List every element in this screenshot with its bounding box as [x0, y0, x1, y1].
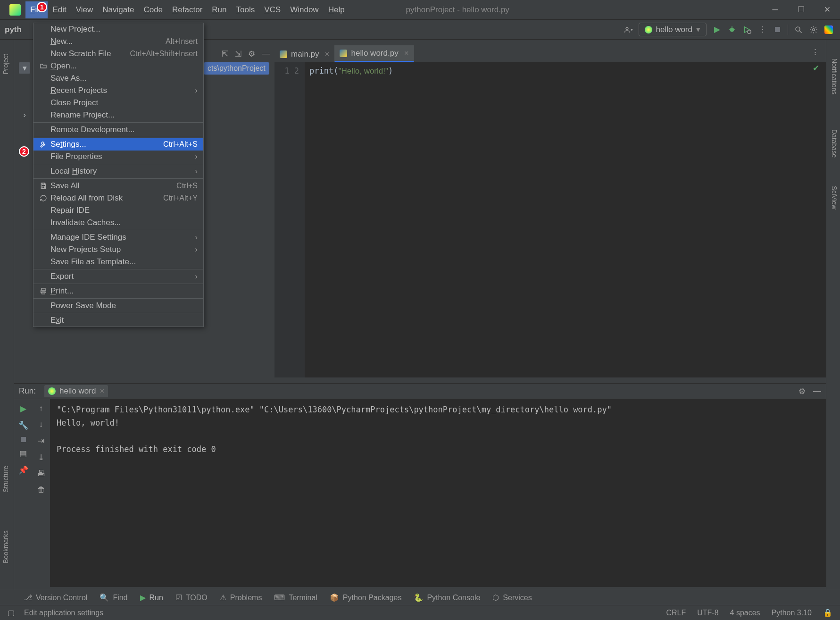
maximize-button[interactable]: ☐ — [788, 0, 814, 20]
menu-item-new-scratch-file[interactable]: New Scratch FileCtrl+Alt+Shift+Insert — [33, 48, 203, 60]
menu-item-open[interactable]: Open... — [33, 60, 203, 72]
notifications-tool-button[interactable]: Notifications — [831, 54, 838, 99]
pin-icon[interactable]: 📌 — [18, 465, 28, 475]
project-tool-button[interactable]: Project — [2, 49, 9, 79]
menu-item-reload-all-from-disk[interactable]: Reload All from DiskCtrl+Alt+Y — [33, 192, 203, 204]
more-run-icon[interactable]: ⋮ — [757, 25, 767, 34]
menu-item-local-history[interactable]: Local History — [33, 165, 203, 177]
user-icon[interactable]: ▾ — [624, 25, 633, 34]
menu-item-remote-development[interactable]: Remote Development... — [33, 124, 203, 136]
print-icon[interactable]: 🖶 — [37, 469, 45, 478]
menu-view[interactable]: View — [71, 1, 98, 18]
menu-edit[interactable]: Edit — [48, 1, 71, 18]
menu-item-rename-project[interactable]: Rename Project... — [33, 109, 203, 121]
encoding[interactable]: UTF-8 — [697, 609, 718, 617]
database-tool-button[interactable]: Database — [831, 125, 838, 162]
python-packages-button[interactable]: 📦Python Packages — [330, 593, 402, 602]
menu-item-recent-projects[interactable]: Recent Projects — [33, 84, 203, 97]
menu-item-save-file-as-template[interactable]: Save File as Template... — [33, 256, 203, 268]
layout-icon[interactable]: ▤ — [19, 449, 27, 459]
expand-all-icon[interactable]: ⇱ — [222, 49, 228, 59]
gear-icon[interactable]: ⚙ — [248, 49, 255, 59]
menu-item-save-as[interactable]: Save As... — [33, 72, 203, 84]
structure-tool-button[interactable]: Structure — [2, 461, 9, 497]
menu-code[interactable]: Code — [139, 1, 167, 18]
close-icon[interactable]: × — [100, 386, 104, 396]
run-hide-icon[interactable]: — — [813, 386, 821, 396]
collapse-all-icon[interactable]: ⇲ — [235, 49, 241, 59]
menu-item-save-all[interactable]: Save AllCtrl+S — [33, 180, 203, 192]
editor-tab-hello-word-py[interactable]: hello word.py× — [334, 45, 414, 62]
menu-item-close-project[interactable]: Close Project — [33, 97, 203, 109]
close-icon[interactable]: × — [404, 49, 409, 58]
indent[interactable]: 4 spaces — [730, 609, 760, 617]
debug-button[interactable] — [727, 25, 737, 34]
console-output[interactable]: "C:\Program Files\Python31011\python.exe… — [50, 399, 826, 587]
breadcrumb[interactable]: cts\pythonProject — [204, 62, 269, 75]
run-button-bottom[interactable]: ▶Run — [140, 593, 163, 602]
code-area[interactable]: print("Hello, world!") — [305, 62, 826, 377]
menu-navigate[interactable]: Navigate — [98, 1, 139, 18]
run-coverage-icon[interactable] — [742, 25, 752, 34]
run-wrench-icon[interactable]: 🔧 — [18, 420, 28, 430]
close-button[interactable]: ✕ — [814, 0, 840, 20]
trash-icon[interactable]: 🗑 — [37, 485, 45, 494]
terminal-button[interactable]: ⌨Terminal — [274, 593, 317, 602]
run-button[interactable]: ▶ — [712, 25, 722, 34]
todo-button[interactable]: ☑TODO — [175, 593, 208, 602]
menu-item-manage-ide-settings[interactable]: Manage IDE Settings — [33, 231, 203, 243]
code-with-me-icon[interactable] — [824, 25, 833, 34]
rerun-icon[interactable]: ▶ — [20, 404, 26, 414]
run-config-selector[interactable]: hello word ▾ — [639, 23, 707, 36]
menu-item-print[interactable]: Print... — [33, 285, 203, 297]
bookmarks-tool-button[interactable]: Bookmarks — [2, 526, 9, 568]
stop-icon[interactable] — [21, 437, 26, 442]
menu-item-export[interactable]: Export — [33, 270, 203, 283]
run-tab-label: hello word — [59, 386, 96, 396]
status-icon[interactable]: ▢ — [8, 608, 15, 617]
menu-vcs[interactable]: VCS — [259, 1, 285, 18]
menu-item-invalidate-caches[interactable]: Invalidate Caches... — [33, 217, 203, 229]
expand-icon[interactable]: › — [19, 109, 30, 121]
lock-icon[interactable]: 🔒 — [823, 608, 832, 617]
menu-item-file-properties[interactable]: File Properties — [33, 151, 203, 163]
scroll-icon[interactable]: ⤓ — [38, 452, 44, 462]
hide-icon[interactable]: — — [262, 49, 270, 59]
menu-item-new-project[interactable]: New Project... — [33, 23, 203, 35]
inspections-ok-icon[interactable]: ✔ — [813, 63, 819, 73]
down-icon[interactable]: ↓ — [39, 420, 43, 429]
problems-button[interactable]: ⚠Problems — [220, 593, 262, 602]
line-separator[interactable]: CRLF — [666, 609, 686, 617]
stop-button[interactable] — [773, 25, 782, 34]
menu-item-new-projects-setup[interactable]: New Projects Setup — [33, 243, 203, 256]
menu-help[interactable]: Help — [324, 1, 349, 18]
interpreter[interactable]: Python 3.10 — [772, 609, 812, 617]
select-opened-file-icon[interactable]: ▾ — [19, 62, 30, 74]
run-tab[interactable]: hello word × — [44, 385, 108, 397]
menu-item-power-save-mode[interactable]: Power Save Mode — [33, 300, 203, 312]
menu-item-settings[interactable]: Settings...Ctrl+Alt+S — [33, 138, 203, 151]
menu-tools[interactable]: Tools — [232, 1, 260, 18]
editor[interactable]: 1 2 print("Hello, world!") — [274, 62, 826, 377]
version-control-button[interactable]: ⎇Version Control — [24, 593, 87, 602]
find-button[interactable]: 🔍Find — [100, 593, 127, 602]
menu-run[interactable]: Run — [207, 1, 231, 18]
search-icon[interactable] — [794, 25, 803, 34]
run-settings-icon[interactable]: ⚙ — [798, 386, 806, 396]
python-console-button[interactable]: 🐍Python Console — [414, 593, 480, 602]
wrap-icon[interactable]: ⇥ — [38, 436, 44, 446]
editor-tab-main-py[interactable]: main.py× — [274, 46, 334, 62]
services-button[interactable]: ⬡Services — [492, 593, 532, 602]
settings-icon[interactable] — [809, 25, 818, 34]
up-icon[interactable]: ↑ — [39, 404, 43, 413]
menu-item-new[interactable]: New...Alt+Insert — [33, 35, 203, 48]
menu-item-repair-ide[interactable]: Repair IDE — [33, 204, 203, 217]
editor-menu-icon[interactable]: ⋮ — [811, 47, 819, 57]
svg-point-5 — [748, 30, 751, 34]
menu-item-exit[interactable]: Exit — [33, 314, 203, 327]
minimize-button[interactable]: ─ — [762, 0, 788, 20]
menu-window[interactable]: Window — [285, 1, 323, 18]
sciview-tool-button[interactable]: SciView — [831, 181, 838, 214]
menu-refactor[interactable]: Refactor — [167, 1, 207, 18]
close-icon[interactable]: × — [325, 50, 330, 59]
